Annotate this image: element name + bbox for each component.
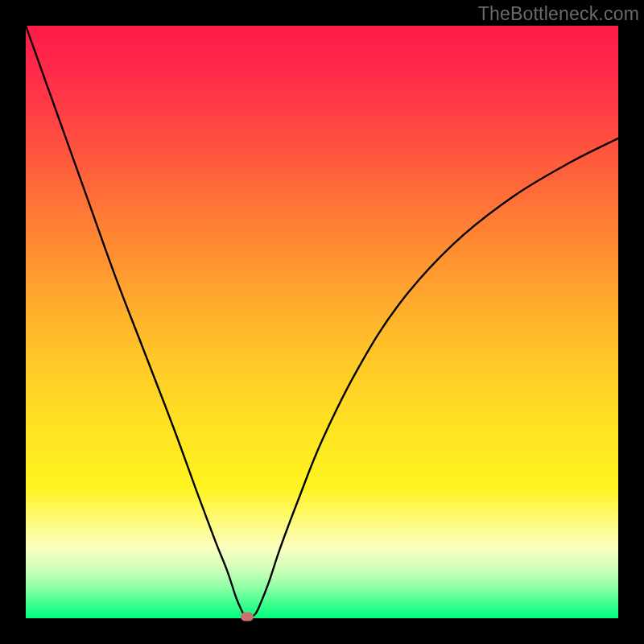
watermark-text: TheBottleneck.com — [478, 3, 639, 25]
curve-path — [26, 26, 618, 617]
curve-svg — [26, 26, 618, 618]
chart-frame: TheBottleneck.com — [0, 0, 644, 644]
plot-area — [26, 26, 618, 618]
min-marker — [241, 612, 254, 621]
